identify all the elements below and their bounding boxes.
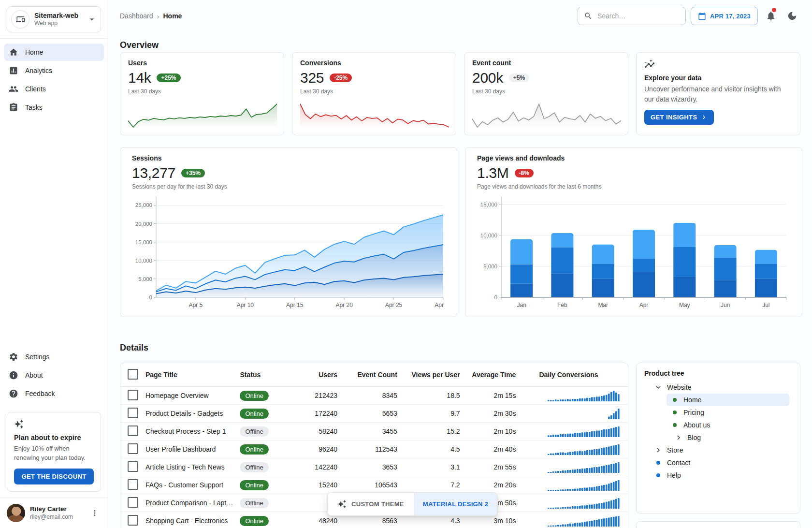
daily-conversions-sparkbars: [548, 461, 620, 473]
explore-data-card: Explore your data Uncover performance an…: [636, 52, 800, 135]
svg-text:0: 0: [494, 294, 497, 300]
sidebar-item-clients[interactable]: Clients: [4, 80, 104, 98]
sidebar-item-tasks[interactable]: Tasks: [4, 99, 104, 116]
dark-mode-button[interactable]: [784, 8, 800, 24]
row-checkbox[interactable]: [128, 515, 138, 526]
sidebar: Sitemark-web Web app HomeAnalyticsClient…: [0, 0, 108, 528]
svg-text:Apr 5: Apr 5: [189, 302, 203, 308]
sidebar-item-settings[interactable]: Settings: [4, 348, 104, 366]
tree-item-website[interactable]: Website: [650, 381, 789, 394]
column-header-page-title[interactable]: Page Title: [145, 371, 240, 379]
sessions-chart-card: Sessions 13,277 +35% Sessions per day fo…: [120, 147, 457, 317]
help-icon: [9, 389, 18, 398]
svg-text:15,000: 15,000: [135, 239, 152, 245]
svg-text:25,000: 25,000: [135, 202, 152, 208]
cell-page-title: Product Comparison - Lapt…: [145, 499, 233, 507]
cell-page-title: FAQs - Customer Support: [145, 481, 223, 489]
chevron-right-icon: [700, 114, 708, 121]
daily-conversions-sparkbars: [548, 515, 620, 527]
calendar-icon: [698, 12, 706, 20]
table-row[interactable]: Product Details - GadgetsOnline172240565…: [120, 405, 628, 423]
stat-card-caption: Last 30 days: [300, 88, 448, 95]
svg-text:Jun: Jun: [721, 302, 730, 308]
clients-icon: [9, 84, 18, 94]
sparkle-icon: [14, 419, 94, 429]
breadcrumb-separator: ›: [157, 12, 160, 20]
row-checkbox[interactable]: [128, 461, 138, 472]
sidebar-item-feedback[interactable]: Feedback: [4, 385, 104, 402]
get-discount-button[interactable]: GET THE DISCOUNT: [14, 469, 94, 484]
row-checkbox[interactable]: [128, 390, 138, 400]
svg-text:Apr 15: Apr 15: [286, 302, 304, 308]
column-header-average-time[interactable]: Average Time: [469, 371, 525, 379]
moon-icon: [787, 11, 798, 21]
user-email: riley@email.com: [30, 513, 84, 521]
column-header-status[interactable]: Status: [240, 371, 290, 379]
svg-text:5,000: 5,000: [483, 264, 497, 269]
status-badge: Online: [240, 391, 269, 401]
daily-conversions-sparkbars: [548, 390, 620, 401]
user-menu-kebab-icon[interactable]: [88, 507, 101, 519]
details-section-title: Details: [120, 343, 148, 353]
workspace-select[interactable]: Sitemark-web Web app: [7, 6, 101, 32]
tree-item-home[interactable]: Home: [667, 394, 789, 406]
row-checkbox[interactable]: [128, 479, 138, 490]
daily-conversions-sparkbars: [548, 443, 620, 455]
breadcrumb-item-dashboard[interactable]: Dashboard: [120, 12, 153, 20]
table-row[interactable]: Homepage OverviewOnline212423834518.52m …: [120, 387, 628, 405]
breadcrumb: Dashboard›Home: [120, 12, 182, 20]
search-input[interactable]: [596, 12, 680, 20]
select-all-checkbox[interactable]: [128, 369, 138, 380]
sessions-subtitle: Sessions per day for the last 30 days: [132, 183, 445, 190]
sidebar-secondary-nav: SettingsAboutFeedback: [0, 343, 108, 407]
sidebar-item-analytics[interactable]: Analytics: [4, 62, 104, 79]
sidebar-item-home[interactable]: Home: [4, 44, 104, 61]
row-checkbox[interactable]: [128, 497, 138, 508]
column-header-views-per-user[interactable]: Views per User: [406, 371, 469, 379]
svg-text:Apr 30: Apr 30: [435, 302, 445, 308]
row-checkbox[interactable]: [128, 425, 138, 436]
workspace-name: Sitemark-web: [34, 12, 82, 20]
tree-dot-icon: [670, 396, 679, 404]
stat-card-title: Conversions: [300, 59, 448, 67]
stat-card-title: Users: [128, 59, 276, 67]
tree-item-contact[interactable]: Contact: [650, 456, 789, 469]
get-insights-button[interactable]: GET INSIGHTS: [644, 110, 714, 125]
custom-theme-option[interactable]: CUSTOM THEME: [328, 493, 414, 515]
page-views-trend-chip: -8%: [515, 169, 534, 177]
product-tree: WebsiteHomePricingAbout usBlogStoreConta…: [644, 381, 792, 482]
tree-item-help[interactable]: Help: [650, 469, 789, 482]
row-checkbox[interactable]: [128, 408, 138, 418]
cell-page-title: Checkout Process - Step 1: [145, 427, 226, 435]
tree-item-about-us[interactable]: About us: [667, 419, 789, 431]
notifications-button[interactable]: [763, 8, 779, 24]
event-count-sparkline: [472, 101, 620, 130]
breadcrumb-item-home: Home: [163, 12, 182, 20]
column-header-users[interactable]: Users: [290, 371, 346, 379]
home-icon: [9, 47, 18, 57]
table-row[interactable]: FAQs - Customer SupportOnline15240106543…: [120, 476, 628, 494]
row-checkbox[interactable]: [128, 443, 138, 454]
tree-item-store[interactable]: Store: [650, 444, 789, 456]
explore-card-body: Uncover performance and visitor insights…: [644, 84, 792, 104]
tree-item-pricing[interactable]: Pricing: [667, 406, 789, 419]
tree-dot-icon: [670, 408, 679, 417]
status-badge: Online: [240, 444, 269, 455]
table-row[interactable]: User Profile DashboardOnline962401125434…: [120, 440, 628, 458]
page-views-chart-card: Page views and downloads 1.3M -8% Page v…: [465, 147, 802, 317]
table-row[interactable]: Article Listing - Tech NewsOffline142240…: [120, 458, 628, 476]
column-header-event-count[interactable]: Event Count: [346, 371, 406, 379]
stat-card-trend-chip: +25%: [157, 73, 180, 82]
app-root: Sitemark-web Web app HomeAnalyticsClient…: [0, 0, 812, 528]
plan-card-body: Enjoy 10% off when renewing your plan to…: [14, 444, 94, 463]
devices-icon: [11, 10, 29, 29]
stat-card-value: 325: [300, 70, 324, 86]
tree-item-blog[interactable]: Blog: [670, 431, 789, 444]
svg-text:0: 0: [149, 294, 152, 300]
sidebar-item-about[interactable]: About: [4, 367, 104, 384]
table-row[interactable]: Checkout Process - Step 1Offline58240345…: [120, 423, 628, 440]
column-header-daily-conversions[interactable]: Daily Conversions: [524, 371, 628, 379]
settings-icon: [9, 352, 18, 362]
date-picker-button[interactable]: APR 17, 2023: [691, 7, 758, 25]
material-design-2-option[interactable]: MATERIAL DESIGN 2: [414, 493, 497, 515]
